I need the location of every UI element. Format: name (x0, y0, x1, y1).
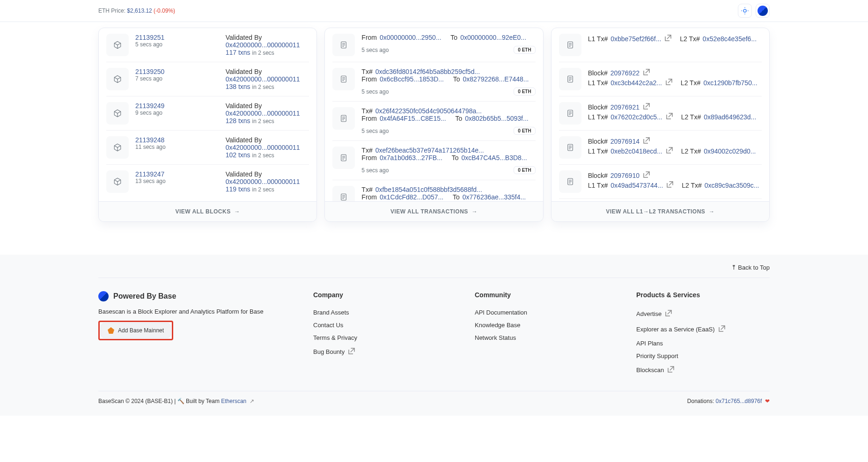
from-link[interactable]: 0x6cBccf95...1853D... (380, 75, 444, 83)
footer-link[interactable]: Blockscan (636, 362, 770, 378)
block-line: Block# 20976921 (588, 102, 762, 112)
l2-link[interactable]: 0x52e8c4e35ef6... (703, 35, 757, 43)
l2-link[interactable]: 0xc89c9ac3509c... (705, 182, 759, 189)
l1-link[interactable]: 0xc3cb442c2a2... (611, 79, 662, 87)
block-number-link[interactable]: 21139250 (135, 68, 219, 75)
block-number-link[interactable]: 21139249 (135, 102, 219, 110)
footer-link[interactable]: Priority Support (636, 350, 770, 362)
block-age: 11 secs ago (135, 144, 219, 150)
txns-link[interactable]: 119 txns (226, 185, 250, 193)
l1l2-list: L1 Tx# 0xbbe75ef2f66f... L2 Tx# 0x52e8c4… (552, 28, 769, 201)
external-link-icon[interactable] (665, 78, 673, 88)
txns-link[interactable]: 117 txns (226, 49, 250, 56)
footer-link[interactable]: Brand Assets (313, 306, 447, 319)
tx-hash-link[interactable]: 0xef26beac5b37e974a171265b14e... (375, 147, 484, 154)
txns-link[interactable]: 102 txns (226, 151, 250, 159)
external-link-icon[interactable] (665, 112, 674, 122)
network-button[interactable] (756, 4, 770, 18)
external-link-icon[interactable] (642, 68, 651, 78)
to-link[interactable]: 0x776236ae...335f4... (463, 193, 526, 201)
document-icon (332, 186, 355, 201)
footer-link[interactable]: API Plans (636, 337, 770, 350)
theme-toggle-button[interactable] (738, 4, 752, 18)
l1-link[interactable]: 0x76202c2d0c5... (611, 113, 662, 121)
block-link[interactable]: 20976910 (611, 172, 640, 179)
validator-link[interactable]: 0x42000000...000000011 (226, 110, 309, 117)
etherscan-link[interactable]: Etherscan (221, 398, 246, 404)
view-all-l1l2-button[interactable]: VIEW ALL L1→L2 TRANSACTIONS → (552, 201, 769, 221)
to-link[interactable]: 0xcB47C4A5...B3D8... (461, 154, 527, 161)
from-link[interactable]: 0x4fA64F15...C8E15... (380, 115, 446, 122)
l2-link[interactable]: 0x94002c029d0... (704, 147, 756, 155)
external-link-icon[interactable] (665, 146, 674, 156)
tx-col: Tx# 0xfbe1854a051c0f588bbf3d5688fd... Fr… (361, 186, 535, 201)
block-txns: 119 txns in 2 secs (226, 185, 309, 193)
block-link[interactable]: 20976922 (611, 69, 640, 77)
tx-hash-link[interactable]: 0xfbe1854a051c0f588bbf3d5688fd... (375, 186, 482, 193)
donation-address-link[interactable]: 0x71c765...d8976f (716, 398, 762, 404)
arrow-right-icon: → (707, 208, 714, 215)
powered-text: Powered By Base (113, 292, 176, 301)
view-all-transactions-button[interactable]: VIEW ALL TRANSACTIONS → (325, 201, 543, 221)
tx-hash-line: Tx# 0xef26beac5b37e974a171265b14e... (361, 147, 535, 154)
block-number-link[interactable]: 21139248 (135, 136, 219, 144)
external-link-icon[interactable] (642, 136, 651, 146)
cards-area: 21139251 5 secs ago Validated By 0x42000… (0, 28, 868, 222)
footer-link[interactable]: Knowledge Base (475, 319, 608, 331)
from-link[interactable]: 0x7a1b0d63...27FB... (380, 154, 442, 161)
block-link[interactable]: 20976921 (611, 103, 640, 111)
footer-link[interactable]: Explorer as a Service (EaaS) (636, 322, 770, 337)
footer-columns: Powered By Base Basescan is a Block Expl… (98, 278, 770, 391)
from-link[interactable]: 0x00000000...2950... (380, 34, 441, 41)
block-number-link[interactable]: 21139247 (135, 170, 219, 178)
block-number-link[interactable]: 21139251 (135, 34, 219, 41)
external-link-icon[interactable] (664, 34, 672, 44)
to-link[interactable]: 0x802b65b5...5093f... (465, 115, 528, 122)
validator-link[interactable]: 0x42000000...000000011 (226, 41, 309, 49)
tx-hash-link[interactable]: 0x26f422350fc05d4c9050644798a... (375, 107, 482, 115)
block-line: Block# 20976914 (588, 136, 762, 146)
back-to-top-button[interactable]: ⤒ Back to Top (98, 264, 770, 278)
tx-hash-link[interactable]: 0xdc36fd80142f64b5a8bb259cf5d... (375, 68, 480, 75)
txns-link[interactable]: 128 txns (226, 117, 250, 125)
external-link-icon[interactable] (666, 180, 674, 190)
external-link-icon[interactable] (642, 102, 651, 112)
to-link[interactable]: 0x82792268...E7448... (463, 75, 529, 83)
l2-link[interactable]: 0xc1290b7fb750... (703, 79, 757, 87)
from-link[interactable]: 0x1CdcFd82...D057... (380, 193, 443, 201)
footer-link[interactable]: Contact Us (313, 319, 447, 331)
block-age: 9 secs ago (135, 110, 219, 116)
transactions-card: From 0x00000000...2950... To 0x00000000.… (324, 28, 543, 222)
tx-fromto: From 0x6cBccf95...1853D... To 0x82792268… (361, 75, 535, 83)
txns-link[interactable]: 138 txns (226, 83, 250, 90)
cube-icon (106, 102, 129, 125)
l1-link[interactable]: 0x49ad5473744... (611, 182, 663, 189)
l1-link[interactable]: 0xeb2c0418ecd... (611, 147, 662, 155)
validator-link[interactable]: 0x42000000...000000011 (226, 178, 309, 185)
base-logo-icon (758, 6, 768, 16)
block-row: 21139247 13 secs ago Validated By 0x4200… (106, 164, 309, 198)
footer-link[interactable]: Terms & Privacy (313, 331, 447, 344)
block-row: 21139248 11 secs ago Validated By 0x4200… (106, 130, 309, 164)
to-link[interactable]: 0x00000000...92eE0... (460, 34, 526, 41)
footer-link[interactable]: Bug Bounty (313, 344, 447, 359)
external-link-icon[interactable] (642, 170, 651, 180)
document-icon (332, 68, 355, 90)
add-network-button[interactable]: Add Base Mainnet (101, 323, 171, 338)
arrow-up-icon: ⤒ (731, 264, 736, 271)
footer-link[interactable]: API Documentation (475, 306, 608, 319)
eth-label: ETH Price: (98, 7, 125, 14)
view-all-blocks-button[interactable]: VIEW ALL BLOCKS → (99, 201, 316, 221)
sub-footer-left: BaseScan © 2024 (BASE-B1) | 🔨 Built by T… (98, 398, 254, 404)
eth-value[interactable]: $2,613.12 (127, 7, 152, 14)
footer-link[interactable]: Network Status (475, 331, 608, 344)
block-link[interactable]: 20976914 (611, 138, 640, 145)
document-icon (559, 34, 581, 56)
footer-link[interactable]: Advertise (636, 306, 770, 322)
external-link-icon (347, 347, 356, 357)
footer: ⤒ Back to Top Powered By Base Basescan i… (0, 255, 868, 416)
l1-link[interactable]: 0xbbe75ef2f66f... (611, 35, 661, 43)
validator-link[interactable]: 0x42000000...000000011 (226, 144, 309, 151)
l2-link[interactable]: 0x89ad649623d... (704, 113, 756, 121)
validator-link[interactable]: 0x42000000...000000011 (226, 75, 309, 83)
